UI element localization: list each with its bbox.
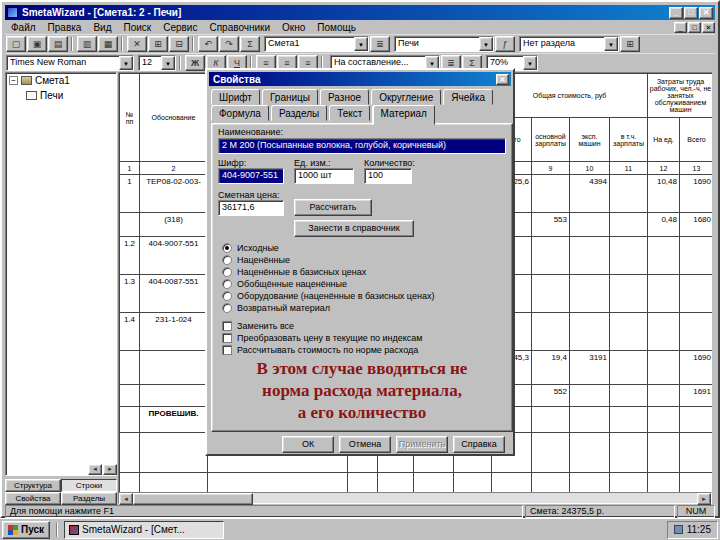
tab-font[interactable]: Шрифт xyxy=(211,89,260,105)
cut-button[interactable]: ✕ xyxy=(127,36,147,52)
help-button[interactable]: Справка xyxy=(453,436,505,453)
section-combo[interactable]: Печи ▼ xyxy=(394,36,494,52)
unit-input[interactable]: 1000 шт xyxy=(294,168,354,184)
menu-view[interactable]: Вид xyxy=(87,21,117,34)
chevron-down-icon[interactable]: ▼ xyxy=(354,37,368,51)
cancel-button[interactable]: Отмена xyxy=(339,436,391,453)
tab-rounding[interactable]: Округление xyxy=(371,89,441,105)
tree-item-estimate[interactable]: − Смета1 xyxy=(6,73,116,88)
grid-button[interactable]: ≣ xyxy=(370,36,390,52)
redo-button[interactable]: ↷ xyxy=(219,36,239,52)
scroll-left-icon[interactable]: ◄ xyxy=(88,464,102,475)
font-size-combo[interactable]: 12 ▼ xyxy=(138,55,176,71)
col-number: 1 xyxy=(120,162,140,175)
tab-material[interactable]: Материал xyxy=(373,105,435,125)
mdi-restore-button[interactable]: □ xyxy=(688,22,701,33)
tray-icon xyxy=(674,525,683,534)
scrollbar-thumb[interactable] xyxy=(133,493,253,505)
mdi-minimize-button[interactable]: _ xyxy=(674,22,687,33)
mdi-close-button[interactable]: ✕ xyxy=(702,22,715,33)
checkbox-icon xyxy=(222,321,232,331)
price-input[interactable]: 36171,6 xyxy=(218,200,284,216)
copy-button[interactable]: ⊞ xyxy=(148,36,168,52)
paste-button[interactable]: ⊟ xyxy=(169,36,189,52)
tab-misc[interactable]: Разное xyxy=(320,89,369,105)
radio-marked-up-base[interactable]: Наценённые в базисных ценах xyxy=(222,266,366,277)
checkbox-convert-price[interactable]: Преобразовать цену в текущие по индексам xyxy=(222,332,423,343)
chevron-down-icon[interactable]: ▼ xyxy=(604,37,618,51)
menu-edit[interactable]: Правка xyxy=(42,21,88,34)
code-label: Шифр: xyxy=(218,158,246,168)
tab-sections[interactable]: Разделы xyxy=(61,492,117,505)
tree-expand-icon[interactable]: − xyxy=(9,76,18,85)
new-document-button[interactable]: ▢ xyxy=(6,36,26,52)
add-to-reference-button[interactable]: Занести в справочник xyxy=(294,220,414,237)
add-row-button[interactable]: ⊞ xyxy=(620,36,640,52)
properties-dialog: Свойства ✕ Шрифт Границы Разное Округлен… xyxy=(205,68,515,456)
subsection-combo[interactable]: Нет раздела ▼ xyxy=(519,36,619,52)
radio-marked-up[interactable]: Наценённые xyxy=(222,254,290,265)
menu-search[interactable]: Поиск xyxy=(117,21,157,34)
open-button[interactable]: ▣ xyxy=(27,36,47,52)
font-size-combo-value: 12 xyxy=(139,56,161,70)
chevron-down-icon[interactable]: ▼ xyxy=(523,56,537,70)
name-input[interactable]: 2 М 200 (Посыпанные волокна, голубой, ко… xyxy=(218,138,506,154)
radio-icon xyxy=(222,243,232,253)
close-button[interactable]: ✕ xyxy=(699,7,713,19)
task-label: SmetaWizard - [Смет... xyxy=(82,524,185,535)
chevron-down-icon[interactable]: ▼ xyxy=(119,56,133,70)
tab-sections[interactable]: Разделы xyxy=(271,105,327,121)
col-number: 9 xyxy=(532,162,570,175)
start-button[interactable]: Пуск xyxy=(2,521,50,539)
maximize-button[interactable]: □ xyxy=(684,7,698,19)
tab-text[interactable]: Текст xyxy=(329,105,370,121)
table-row[interactable] xyxy=(120,473,713,493)
tab-borders[interactable]: Границы xyxy=(262,89,318,105)
ok-button[interactable]: ОК xyxy=(282,436,334,453)
menu-window[interactable]: Окно xyxy=(276,21,311,34)
horizontal-scrollbar[interactable]: ◄ ► xyxy=(118,492,712,504)
minimize-button[interactable]: _ xyxy=(669,7,683,19)
radio-label: Обобщённые наценённые xyxy=(237,279,347,289)
tab-properties[interactable]: Свойства xyxy=(5,492,61,505)
tab-cell[interactable]: Ячейка xyxy=(443,89,493,105)
scroll-right-icon[interactable]: ► xyxy=(697,493,711,505)
bold-button[interactable]: Ж xyxy=(185,55,205,71)
scroll-left-icon[interactable]: ◄ xyxy=(119,493,133,505)
tab-rows[interactable]: Строки xyxy=(61,479,117,492)
menubar: Файл Правка Вид Поиск Сервис Справочники… xyxy=(5,20,715,34)
screen: SmetaWizard - [Смета1: 2 - Печи] _ □ ✕ Ф… xyxy=(0,0,720,540)
font-combo[interactable]: Times New Roman ▼ xyxy=(6,55,134,71)
taskbar-task-button[interactable]: SmetaWizard - [Смет... xyxy=(64,521,224,539)
print-button[interactable]: ▥ xyxy=(77,36,97,52)
radio-equipment[interactable]: Оборудование (наценённые в базисных цена… xyxy=(222,290,434,301)
tree-item-section[interactable]: Печи xyxy=(6,88,116,103)
sum-button[interactable]: Σ xyxy=(240,36,260,52)
tab-formula[interactable]: Формула xyxy=(211,105,269,121)
dialog-close-button[interactable]: ✕ xyxy=(496,74,509,85)
apply-button[interactable]: Применить xyxy=(396,436,448,453)
annotation-line: В этом случае вводиться не xyxy=(218,358,506,380)
menu-references[interactable]: Справочники xyxy=(203,21,276,34)
menu-file[interactable]: Файл xyxy=(5,21,42,34)
radio-return-material[interactable]: Возвратный материал xyxy=(222,302,330,313)
undo-button[interactable]: ↶ xyxy=(198,36,218,52)
scroll-right-icon[interactable]: ► xyxy=(103,464,117,475)
menu-help[interactable]: Помощь xyxy=(311,21,362,34)
print-preview-button[interactable]: ▦ xyxy=(98,36,118,52)
tab-structure[interactable]: Структура xyxy=(5,479,61,492)
qty-input[interactable]: 100 xyxy=(364,168,412,184)
view-tabs-row-1: Структура Строки xyxy=(5,479,117,492)
code-input[interactable]: 404-9007-551 xyxy=(218,168,284,184)
save-button[interactable]: ▤ xyxy=(48,36,68,52)
fx-button[interactable]: ƒ xyxy=(495,36,515,52)
chevron-down-icon[interactable]: ▼ xyxy=(479,37,493,51)
radio-source-prices[interactable]: Исходные xyxy=(222,242,279,253)
menu-service[interactable]: Сервис xyxy=(157,21,203,34)
checkbox-replace-all[interactable]: Заменить все xyxy=(222,320,294,331)
checkbox-calc-by-norm[interactable]: Рассчитывать стоимость по норме расхода xyxy=(222,344,418,355)
chevron-down-icon[interactable]: ▼ xyxy=(161,56,175,70)
radio-generalized[interactable]: Обобщённые наценённые xyxy=(222,278,347,289)
estimate-combo[interactable]: Смета1 ▼ xyxy=(264,36,369,52)
calculate-button[interactable]: Рассчитать xyxy=(294,199,372,216)
